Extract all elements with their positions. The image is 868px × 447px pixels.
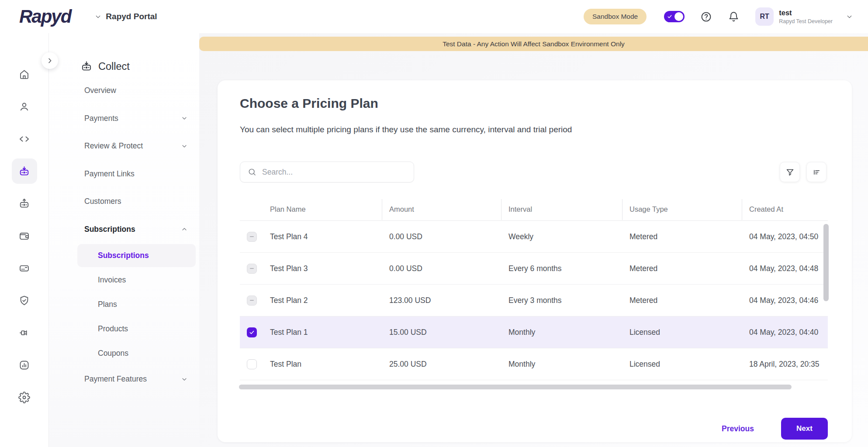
cell-plan-name: Test Plan 3	[263, 264, 382, 273]
sort-button[interactable]	[806, 162, 827, 182]
table-row-test-plan-2[interactable]: Test Plan 2123.00 USDEvery 3 monthsMeter…	[240, 285, 828, 316]
card-icon	[18, 262, 30, 274]
sidebar-item-label: Coupons	[98, 349, 128, 358]
pricing-plan-card: Choose a Pricing Plan You can select mul…	[218, 80, 852, 442]
chevron-down-icon	[181, 115, 188, 122]
cell-usage-type: Licensed	[622, 328, 742, 337]
test-data-banner: Test Data - Any Action Will Affect Sandb…	[199, 37, 868, 51]
sidebar-item-review-protect[interactable]: Review & Protect	[49, 132, 199, 160]
cell-checkbox	[240, 359, 263, 369]
portal-switcher[interactable]: Rapyd Portal	[94, 12, 157, 21]
user-avatar[interactable]: RT	[755, 7, 774, 26]
customers-icon	[18, 101, 30, 113]
rail-item-analytics[interactable]	[12, 352, 37, 378]
cell-usage-type: Metered	[622, 232, 742, 241]
table-header-row: Plan Name Amount Interval Usage Type Cre…	[240, 198, 828, 221]
rail-item-home[interactable]	[12, 62, 37, 87]
sidebar-item-customers[interactable]: Customers	[49, 188, 199, 216]
rail-item-card[interactable]	[12, 255, 37, 281]
sidebar-item-overview[interactable]: Overview	[49, 77, 199, 105]
cell-amount: 0.00 USD	[382, 264, 501, 273]
help-icon[interactable]	[700, 11, 712, 23]
sidebar-item-payment-features[interactable]: Payment Features	[49, 365, 199, 393]
checkbox-disabled	[247, 264, 257, 274]
cell-interval: Monthly	[501, 328, 622, 337]
sidebar-item-plans-sub[interactable]: Plans	[49, 292, 199, 316]
rail-item-integrations[interactable]	[12, 320, 37, 345]
cell-amount: 123.00 USD	[382, 296, 501, 305]
cell-plan-name: Test Plan 1	[263, 328, 382, 337]
horizontal-scrollbar-thumb[interactable]	[239, 385, 792, 389]
sidebar-item-label: Plans	[98, 300, 117, 309]
sidebar-item-label: Invoices	[98, 275, 126, 285]
cell-checkbox	[240, 296, 263, 306]
collect-icon	[80, 60, 93, 72]
notifications-bell-icon[interactable]	[728, 11, 740, 23]
cell-amount: 0.00 USD	[382, 232, 501, 241]
collect-icon	[18, 165, 30, 177]
rapyd-logo: Rapyd	[19, 6, 71, 27]
rail-item-wallet[interactable]	[12, 223, 37, 248]
cell-usage-type: Metered	[622, 296, 742, 305]
cell-interval: Every 3 months	[501, 296, 622, 305]
sidebar-item-label: Subscriptions	[98, 251, 149, 260]
vertical-scrollbar-thumb[interactable]	[823, 224, 829, 301]
cell-checkbox	[240, 232, 263, 242]
next-button[interactable]: Next	[781, 418, 828, 440]
table-row-test-plan-1[interactable]: Test Plan 115.00 USDMonthlyLicensed04 Ma…	[240, 316, 828, 348]
column-header-usage-type: Usage Type	[622, 198, 742, 220]
chevron-down-icon	[181, 376, 188, 383]
cell-checkbox	[240, 327, 263, 337]
sidebar-item-label: Products	[98, 324, 128, 334]
cell-created-at: 04 May, 2023, 04:48	[742, 264, 828, 273]
user-menu-chevron-down-icon[interactable]	[846, 13, 853, 21]
rail-item-developers[interactable]	[12, 126, 37, 151]
rail-item-collect[interactable]	[12, 158, 37, 184]
settings-icon	[18, 392, 30, 403]
sidebar-item-payments[interactable]: Payments	[49, 105, 199, 133]
cell-created-at: 04 May, 2023, 04:50	[742, 232, 828, 241]
table-row-test-plan[interactable]: Test Plan25.00 USDMonthlyLicensed18 Apri…	[240, 348, 828, 380]
main-area: Test Data - Any Action Will Affect Sandb…	[199, 33, 868, 447]
cell-created-at: 18 April, 2023, 20:35	[742, 360, 828, 369]
pagination: Previous Next	[722, 418, 828, 440]
toggle-knob	[674, 12, 683, 21]
user-role: Rapyd Test Developer	[779, 18, 833, 25]
sidebar-item-subscriptions[interactable]: Subscriptions	[49, 216, 199, 244]
rail-item-verify[interactable]	[12, 288, 37, 313]
rail-item-customers[interactable]	[12, 94, 37, 119]
cell-checkbox	[240, 264, 263, 274]
search-input[interactable]	[262, 168, 406, 177]
sidebar-item-products-sub[interactable]: Products	[49, 316, 199, 341]
chevron-up-icon	[181, 226, 188, 233]
developers-icon	[18, 133, 30, 145]
checkbox-disabled	[247, 232, 257, 242]
table-row-test-plan-3[interactable]: Test Plan 30.00 USDEvery 6 monthsMetered…	[240, 253, 828, 285]
cell-plan-name: Test Plan 4	[263, 232, 382, 241]
sidebar-item-label: Review & Protect	[84, 141, 143, 151]
sidebar-item-coupons-sub[interactable]: Coupons	[49, 341, 199, 365]
cell-usage-type: Metered	[622, 264, 742, 273]
previous-button[interactable]: Previous	[722, 424, 754, 433]
header-checkbox-spacer	[240, 198, 263, 220]
rail-item-disburse[interactable]	[12, 191, 37, 216]
sidebar-item-invoices-sub[interactable]: Invoices	[49, 268, 199, 292]
checkbox-dash	[250, 268, 254, 269]
sidebar-expand-button[interactable]	[41, 52, 58, 69]
checkbox-unchecked[interactable]	[247, 359, 257, 369]
rail-item-settings[interactable]	[12, 385, 37, 410]
check-icon	[667, 14, 672, 19]
search-icon	[248, 168, 256, 176]
chevron-down-icon	[94, 13, 102, 21]
sidebar-item-label: Payment Links	[84, 169, 135, 179]
table-row-test-plan-4[interactable]: Test Plan 40.00 USDWeeklyMetered04 May, …	[240, 221, 828, 253]
sidebar-section-label: Collect	[98, 61, 130, 72]
chevron-right-icon	[46, 57, 53, 64]
portal-label: Rapyd Portal	[106, 12, 157, 21]
checkbox-checked[interactable]	[247, 327, 257, 337]
filter-button[interactable]	[780, 162, 800, 182]
sandbox-toggle[interactable]	[664, 11, 685, 22]
sidebar-item-subscriptions-sub[interactable]: Subscriptions	[77, 244, 196, 267]
user-name: test	[779, 8, 833, 17]
sidebar-item-payment-links[interactable]: Payment Links	[49, 160, 199, 188]
